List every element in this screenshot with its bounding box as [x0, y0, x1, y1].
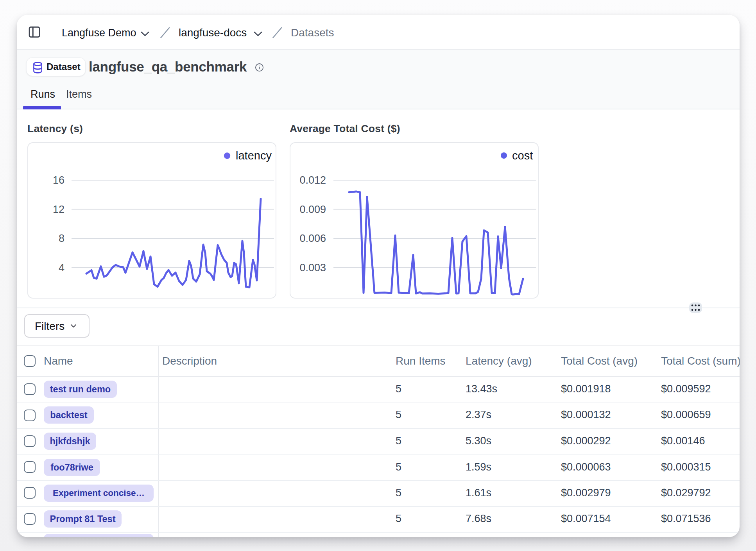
svg-text:16: 16 [53, 174, 64, 186]
svg-text:12: 12 [53, 204, 64, 215]
svg-text:0.003: 0.003 [299, 262, 326, 274]
svg-text:0.009: 0.009 [299, 204, 326, 215]
svg-text:cost: cost [512, 149, 533, 162]
svg-text:latency: latency [236, 149, 272, 162]
svg-text:0.012: 0.012 [299, 174, 326, 186]
svg-text:4: 4 [59, 262, 64, 274]
svg-text:8: 8 [59, 233, 64, 244]
svg-text:0.006: 0.006 [299, 233, 326, 244]
